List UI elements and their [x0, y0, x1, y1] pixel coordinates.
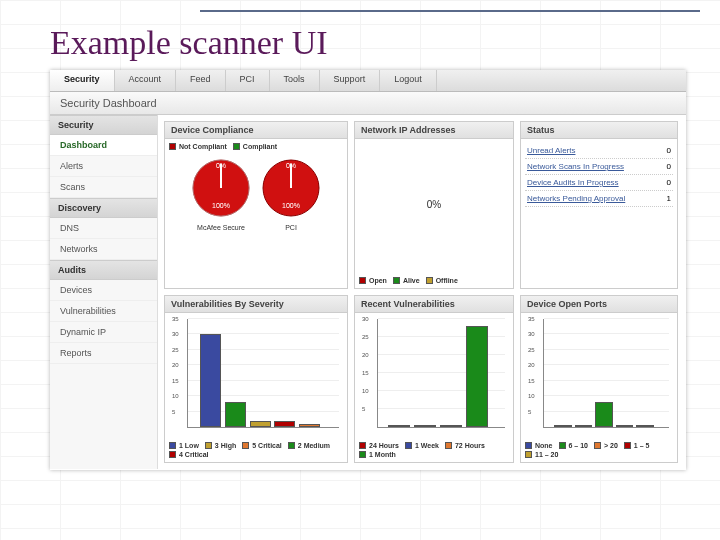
legend-device-compliance: Not Compliant Compliant [169, 143, 343, 150]
sidebar-item-reports[interactable]: Reports [50, 343, 157, 364]
sidebar-group-discovery: Discovery [50, 198, 157, 218]
panel-status: Status Unread Alerts0 Network Scans In P… [520, 121, 678, 289]
legend-network-ip: Open Alive Offline [359, 277, 509, 284]
status-row: Unread Alerts0 [525, 143, 673, 159]
sidebar-item-alerts[interactable]: Alerts [50, 156, 157, 177]
chart-recent-vuln: 51015202530 [359, 317, 509, 442]
scanner-app: Security Account Feed PCI Tools Support … [50, 70, 686, 470]
sidebar-item-dashboard[interactable]: Dashboard [50, 135, 157, 156]
legend-recent-vuln: 24 Hours 1 Week 72 Hours 1 Month [359, 442, 509, 458]
sidebar-item-scans[interactable]: Scans [50, 177, 157, 198]
legend-vuln-severity: 1 Low 3 High 5 Critical 2 Medium 4 Criti… [169, 442, 343, 458]
legend-open-ports: None 6 – 10 > 20 1 – 5 11 – 20 [525, 442, 673, 458]
nav-security[interactable]: Security [50, 70, 115, 91]
status-row: Networks Pending Approval1 [525, 191, 673, 207]
panel-title: Vulnerabilities By Severity [165, 296, 347, 313]
status-row: Device Audits In Progress0 [525, 175, 673, 191]
sidebar-item-dns[interactable]: DNS [50, 218, 157, 239]
sidebar-group-audits: Audits [50, 260, 157, 280]
chart-vuln-severity: 5101520253035 [169, 317, 343, 442]
nav-feed[interactable]: Feed [176, 70, 226, 91]
panel-network-ip: Network IP Addresses 0% Open Alive Offli… [354, 121, 514, 289]
nav-account[interactable]: Account [115, 70, 177, 91]
status-link-pending-approval[interactable]: Networks Pending Approval [527, 194, 625, 203]
status-link-network-scans[interactable]: Network Scans In Progress [527, 162, 624, 171]
panel-title: Network IP Addresses [355, 122, 513, 139]
panel-title: Status [521, 122, 677, 139]
sidebar-item-networks[interactable]: Networks [50, 239, 157, 260]
status-row: Network Scans In Progress0 [525, 159, 673, 175]
gauge-pci: 0%100% PCI [259, 156, 323, 231]
network-ip-value: 0% [355, 199, 513, 210]
panel-open-ports: Device Open Ports 5101520253035 None 6 –… [520, 295, 678, 463]
svg-text:0%: 0% [286, 162, 296, 169]
nav-pci[interactable]: PCI [226, 70, 270, 91]
panel-title: Recent Vulnerabilities [355, 296, 513, 313]
status-link-device-audits[interactable]: Device Audits In Progress [527, 178, 619, 187]
dashboard-main: Device Compliance Not Compliant Complian… [158, 115, 686, 469]
sidebar-item-devices[interactable]: Devices [50, 280, 157, 301]
sidebar-item-dynamic-ip[interactable]: Dynamic IP [50, 322, 157, 343]
nav-support[interactable]: Support [320, 70, 381, 91]
chart-open-ports: 5101520253035 [525, 317, 673, 442]
breadcrumb: Security Dashboard [50, 92, 686, 115]
status-link-unread-alerts[interactable]: Unread Alerts [527, 146, 575, 155]
panel-device-compliance: Device Compliance Not Compliant Complian… [164, 121, 348, 289]
sidebar-group-security: Security [50, 115, 157, 135]
nav-logout[interactable]: Logout [380, 70, 437, 91]
svg-text:100%: 100% [282, 202, 300, 209]
slide-accent [200, 10, 700, 12]
svg-text:100%: 100% [212, 202, 230, 209]
top-nav: Security Account Feed PCI Tools Support … [50, 70, 686, 92]
sidebar-item-vulnerabilities[interactable]: Vulnerabilities [50, 301, 157, 322]
panel-title: Device Open Ports [521, 296, 677, 313]
gauge-mcafee: 0%100% McAfee Secure [189, 156, 253, 231]
svg-text:0%: 0% [216, 162, 226, 169]
panel-vuln-severity: Vulnerabilities By Severity 510152025303… [164, 295, 348, 463]
panel-title: Device Compliance [165, 122, 347, 139]
nav-tools[interactable]: Tools [270, 70, 320, 91]
slide-title: Example scanner UI [50, 24, 328, 62]
sidebar: Security Dashboard Alerts Scans Discover… [50, 115, 158, 469]
panel-recent-vuln: Recent Vulnerabilities 51015202530 24 Ho… [354, 295, 514, 463]
